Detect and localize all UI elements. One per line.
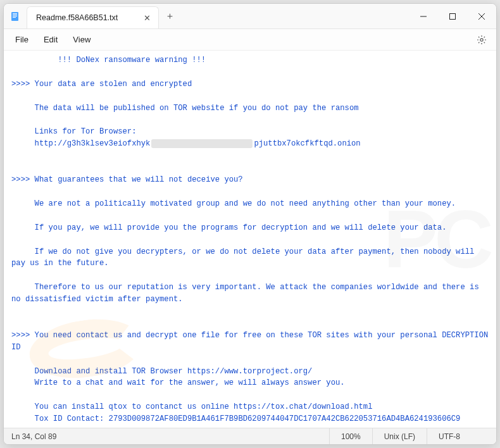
tab-active[interactable]: Readme.f58A66B51.txt ✕ (27, 6, 159, 28)
maximize-button[interactable] (438, 4, 467, 29)
new-tab-button[interactable]: ＋ (159, 4, 180, 28)
notepad-window: Readme.f58A66B51.txt ✕ ＋ File Edit View … (3, 3, 497, 445)
status-lineending[interactable]: Unix (LF) (372, 428, 427, 444)
status-position: Ln 34, Col 89 (4, 432, 64, 441)
svg-point-9 (480, 38, 483, 40)
status-zoom[interactable]: 100% (329, 428, 372, 444)
svg-rect-1 (13, 13, 17, 14)
svg-rect-3 (13, 16, 17, 16)
tab-close-button[interactable]: ✕ (142, 13, 152, 23)
menubar: File Edit View (4, 29, 496, 51)
status-encoding[interactable]: UTF-8 (427, 428, 496, 444)
minimize-button[interactable] (409, 4, 438, 29)
editor-area[interactable]: PC !!! DoNex ransomware warning !!! >>>>… (4, 51, 496, 428)
svg-rect-6 (450, 14, 456, 20)
redacted-segment (151, 139, 253, 148)
svg-rect-4 (13, 17, 16, 18)
titlebar: Readme.f58A66B51.txt ✕ ＋ (4, 4, 496, 29)
window-controls (409, 4, 496, 28)
menu-view[interactable]: View (65, 31, 98, 48)
text-content[interactable]: !!! DoNex ransomware warning !!! >>>> Yo… (4, 51, 496, 428)
app-icon (4, 4, 27, 28)
tab-title: Readme.f58A66B51.txt (36, 13, 118, 22)
settings-button[interactable] (471, 31, 492, 49)
close-button[interactable] (467, 4, 496, 29)
menu-file[interactable]: File (8, 31, 36, 48)
menu-edit[interactable]: Edit (36, 31, 65, 48)
svg-rect-2 (13, 15, 17, 15)
statusbar: Ln 34, Col 89 100% Unix (LF) UTF-8 (4, 428, 496, 444)
